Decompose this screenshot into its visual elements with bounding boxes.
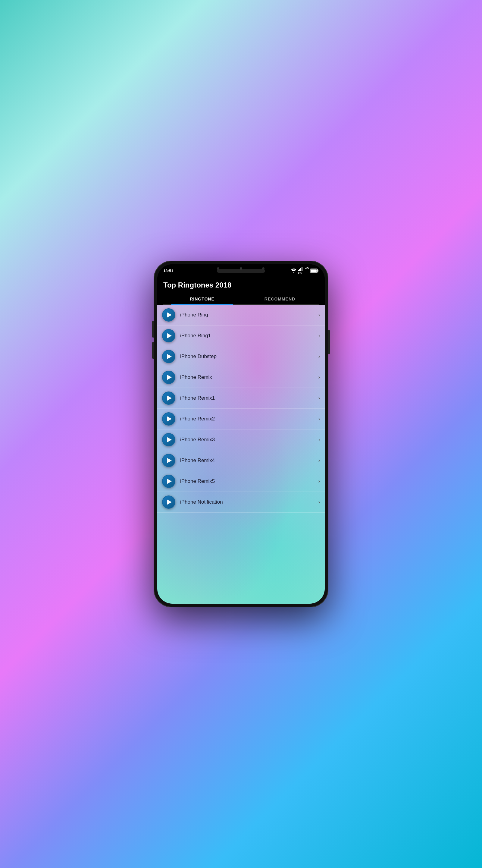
chevron-right-icon: › <box>318 354 320 359</box>
ringtone-list: iPhone Ring›iPhone Ring1›iPhone Dubstep›… <box>157 305 325 604</box>
play-icon <box>167 416 172 422</box>
list-item[interactable]: iPhone Ring1› <box>157 326 325 346</box>
volume-up-button[interactable] <box>152 321 154 338</box>
play-icon <box>167 312 172 318</box>
chevron-right-icon: › <box>318 437 320 442</box>
chevron-right-icon: › <box>318 333 320 338</box>
play-button[interactable] <box>162 475 175 488</box>
clock: 13:51 <box>163 269 173 273</box>
signal-icon: 4G2G <box>298 267 309 275</box>
ringtone-name: iPhone Remix <box>180 374 318 380</box>
ringtone-name: iPhone Notification <box>180 499 318 505</box>
ringtone-name: iPhone Remix4 <box>180 458 318 464</box>
chevron-right-icon: › <box>318 375 320 380</box>
play-icon <box>167 375 172 380</box>
list-item[interactable]: iPhone Remix5› <box>157 471 325 492</box>
play-button[interactable] <box>162 433 175 446</box>
chevron-right-icon: › <box>318 499 320 505</box>
list-item[interactable]: iPhone Ring› <box>157 305 325 326</box>
play-icon <box>167 437 172 442</box>
play-button[interactable] <box>162 392 175 405</box>
play-button[interactable] <box>162 329 175 342</box>
play-button[interactable] <box>162 412 175 426</box>
ringtone-name: iPhone Remix1 <box>180 395 318 401</box>
play-button[interactable] <box>162 308 175 321</box>
play-icon <box>167 354 172 359</box>
list-item[interactable]: iPhone Remix4› <box>157 450 325 471</box>
svg-rect-5 <box>318 270 318 272</box>
phone-frame: 13:51 4G2G <box>154 261 328 607</box>
power-button[interactable] <box>328 330 330 354</box>
phone-screen: 13:51 4G2G <box>157 264 325 604</box>
play-button[interactable] <box>162 454 175 467</box>
app-header: Top Ringtones 2018 RINGTONE RECOMMEND <box>157 277 325 305</box>
tab-ringtone[interactable]: RINGTONE <box>163 293 241 304</box>
ringtone-name: iPhone Ring1 <box>180 333 318 339</box>
svg-rect-6 <box>311 270 317 272</box>
tab-recommend[interactable]: RECOMMEND <box>241 293 319 304</box>
play-button[interactable] <box>162 495 175 509</box>
app-title: Top Ringtones 2018 <box>163 281 319 293</box>
list-item[interactable]: iPhone Remix2› <box>157 409 325 430</box>
play-icon <box>167 396 172 401</box>
play-icon <box>167 333 172 338</box>
svg-rect-2 <box>300 268 301 271</box>
play-button[interactable] <box>162 371 175 384</box>
list-item[interactable]: iPhone Remix3› <box>157 430 325 450</box>
chevron-right-icon: › <box>318 312 320 318</box>
chevron-right-icon: › <box>318 458 320 463</box>
chevron-right-icon: › <box>318 396 320 401</box>
svg-rect-0 <box>298 270 299 271</box>
play-icon <box>167 499 172 505</box>
ringtone-name: iPhone Remix2 <box>180 416 318 422</box>
ringtone-name: iPhone Ring <box>180 312 318 318</box>
play-button[interactable] <box>162 350 175 363</box>
battery-icon <box>310 269 319 273</box>
ringtone-name: iPhone Remix3 <box>180 437 318 443</box>
svg-rect-1 <box>299 269 300 271</box>
chevron-right-icon: › <box>318 416 320 422</box>
ringtone-name: iPhone Dubstep <box>180 353 318 360</box>
list-item[interactable]: iPhone Notification› <box>157 492 325 513</box>
list-item[interactable]: iPhone Remix› <box>157 367 325 388</box>
status-icons: 4G2G <box>291 267 319 275</box>
play-icon <box>167 458 172 463</box>
play-icon <box>167 478 172 484</box>
ringtone-name: iPhone Remix5 <box>180 478 318 484</box>
camera-right <box>262 267 264 270</box>
chevron-right-icon: › <box>318 478 320 484</box>
list-item[interactable]: iPhone Remix1› <box>157 388 325 409</box>
volume-down-button[interactable] <box>152 342 154 359</box>
wifi-icon <box>291 269 296 273</box>
list-item[interactable]: iPhone Dubstep› <box>157 346 325 367</box>
svg-rect-3 <box>301 267 302 271</box>
tab-bar: RINGTONE RECOMMEND <box>163 293 319 305</box>
camera-left <box>217 267 219 270</box>
status-bar: 13:51 4G2G <box>157 264 325 277</box>
